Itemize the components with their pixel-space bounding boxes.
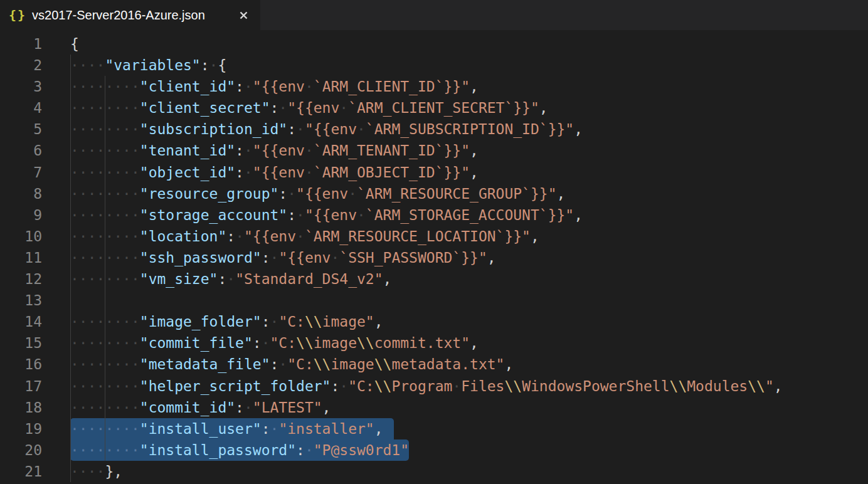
code-line: 10········"location":·"{{env·`ARM_RESOUR… <box>0 226 868 247</box>
indent-guide <box>105 354 105 375</box>
code-line: 12········"vm_size":·"Standard_DS4_v2", <box>0 268 868 290</box>
indent-guide <box>70 55 71 76</box>
code-line: 6········"tenant_id":·"{{env·`ARM_TENANT… <box>0 140 868 161</box>
line-number: 2 <box>0 55 42 76</box>
line-number: 7 <box>0 162 42 183</box>
line-number: 16 <box>0 354 42 375</box>
line-number: 20 <box>0 439 42 461</box>
indent-guide <box>70 397 71 418</box>
code-line: 3········"client_id":·"{{env·`ARM_CLIENT… <box>0 76 868 97</box>
indent-guide <box>105 97 105 118</box>
code-line: 18········"commit_id":·"LATEST", <box>0 397 868 418</box>
code-line: 9········"storage_account":·"{{env·`ARM_… <box>0 204 868 226</box>
line-number: 6 <box>0 140 42 161</box>
indent-guide <box>70 376 71 397</box>
indent-guide <box>105 247 105 268</box>
line-number: 21 <box>0 461 42 482</box>
code-line: 4········"client_secret":·"{{env·`ARM_CL… <box>0 97 868 118</box>
code-editor[interactable]: 1{2····"variables":·{3········"client_id… <box>0 30 868 482</box>
code-line: 21····}, <box>0 461 868 482</box>
line-number: 18 <box>0 397 42 418</box>
editor-tab[interactable]: {} vs2017-Server2016-Azure.json <box>0 0 260 30</box>
code-line: 2····"variables":·{ <box>0 55 868 76</box>
code-line: 19········"install_user":·"installer", <box>0 418 868 439</box>
indent-guide <box>70 247 71 268</box>
indent-guide <box>105 140 105 161</box>
code-line: 15········"commit_file":·"C:\\image\\com… <box>0 332 868 354</box>
indent-guide <box>105 226 105 247</box>
indent-guide <box>105 376 105 397</box>
tab-title: vs2017-Server2016-Azure.json <box>32 8 205 23</box>
line-number: 4 <box>0 97 42 118</box>
indent-guide <box>105 183 105 204</box>
line-number: 1 <box>0 33 42 55</box>
line-number: 9 <box>0 204 42 226</box>
code-line: 7········"object_id":·"{{env·`ARM_OBJECT… <box>0 162 868 183</box>
code-line: 11········"ssh_password":·"{{env·`SSH_PA… <box>0 247 868 268</box>
selected-text: ········"install_user":·"installer", <box>70 418 394 439</box>
indent-guide <box>105 118 105 140</box>
indent-guide <box>105 311 105 332</box>
line-number: 13 <box>0 290 42 311</box>
line-number: 14 <box>0 311 42 332</box>
indent-guide <box>105 397 105 418</box>
json-file-icon: {} <box>9 8 26 23</box>
code-lines: 1{2····"variables":·{3········"client_id… <box>0 33 868 482</box>
indent-guide <box>70 354 71 375</box>
close-icon[interactable] <box>236 8 250 22</box>
indent-guide <box>105 162 105 183</box>
code-line: 13 <box>0 290 868 311</box>
indent-guide <box>105 290 105 311</box>
line-number: 11 <box>0 247 42 268</box>
indent-guide <box>70 268 71 290</box>
selected-text: ········"install_password":·"P@ssw0rd1" <box>70 439 409 461</box>
indent-guide <box>70 461 71 482</box>
code-line: 16········"metadata_file":·"C:\\image\\m… <box>0 354 868 375</box>
indent-guide <box>70 97 71 118</box>
line-number: 10 <box>0 226 42 247</box>
code-line: 20········"install_password":·"P@ssw0rd1… <box>0 439 868 461</box>
line-number: 17 <box>0 376 42 397</box>
line-number: 15 <box>0 332 42 354</box>
code-line: 5········"subscription_id":·"{{env·`ARM_… <box>0 118 868 140</box>
indent-guide <box>105 439 105 461</box>
indent-guide <box>70 332 71 354</box>
indent-guide <box>105 418 105 439</box>
tab-bar: {} vs2017-Server2016-Azure.json <box>0 0 868 30</box>
indent-guide <box>70 204 71 226</box>
indent-guide <box>70 118 71 140</box>
line-number: 3 <box>0 76 42 97</box>
code-line: 1{ <box>0 33 868 55</box>
indent-guide <box>70 183 71 204</box>
indent-guide <box>70 226 71 247</box>
line-number: 5 <box>0 118 42 140</box>
line-number: 8 <box>0 183 42 204</box>
indent-guide <box>105 268 105 290</box>
indent-guide <box>70 162 71 183</box>
indent-guide <box>70 439 71 461</box>
indent-guide <box>105 76 105 97</box>
indent-guide <box>70 290 71 311</box>
line-number: 12 <box>0 268 42 290</box>
indent-guide <box>105 332 105 354</box>
indent-guide <box>70 76 71 97</box>
indent-guide <box>70 311 71 332</box>
code-line: 14········"image_folder":·"C:\\image", <box>0 311 868 332</box>
indent-guide <box>70 418 71 439</box>
indent-guide <box>70 140 71 161</box>
code-line: 8········"resource_group":·"{{env·`ARM_R… <box>0 183 868 204</box>
line-number: 19 <box>0 418 42 439</box>
indent-guide <box>105 204 105 226</box>
code-line: 17········"helper_script_folder":·"C:\\P… <box>0 376 868 397</box>
